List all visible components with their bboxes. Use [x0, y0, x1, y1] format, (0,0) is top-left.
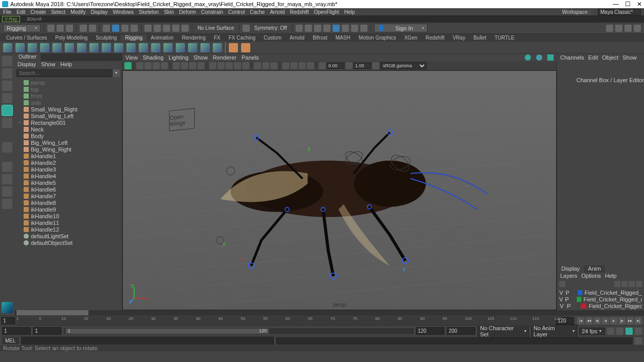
mirror-joint-icon[interactable]: [52, 43, 62, 52]
tab-rigging[interactable]: Rigging: [121, 34, 146, 41]
layout-two-icon[interactable]: [2, 186, 12, 197]
tab-polymodeling[interactable]: Poly Modeling: [51, 34, 91, 41]
tab-redshift[interactable]: Redshift: [421, 34, 449, 41]
layers-menu-options[interactable]: Options: [581, 273, 601, 280]
fps-dropdown[interactable]: 24 fps: [579, 328, 605, 335]
workspace-dropdown[interactable]: [598, 9, 641, 15]
viewport-menu-shading[interactable]: Shading: [143, 54, 163, 61]
symmetry-label[interactable]: Symmetry: Off: [252, 25, 289, 31]
menu-cache[interactable]: Cache: [250, 9, 265, 15]
timeline-go-end-button[interactable]: ▸|: [635, 317, 642, 325]
vp-viewtransform-icon[interactable]: [372, 62, 379, 69]
range-track[interactable]: 1120: [64, 328, 414, 334]
layout-outliner-icon[interactable]: [2, 199, 12, 209]
viewport-canvas[interactable]: Open Wings: [122, 70, 557, 310]
select-tool[interactable]: [2, 56, 12, 66]
outliner-node[interactable]: ikHandle1: [14, 153, 122, 159]
menuset-dropdown[interactable]: Rigging: [3, 24, 41, 32]
range-script-icon[interactable]: [635, 328, 642, 335]
orient-joint-icon[interactable]: [65, 43, 74, 52]
menu-openflight[interactable]: OpenFlight: [314, 9, 339, 15]
layout-four-icon[interactable]: [2, 174, 12, 184]
layer-new-empty-icon[interactable]: [636, 281, 642, 287]
quick-rig-icon[interactable]: [200, 43, 210, 52]
menu-constrain[interactable]: Constrain: [201, 9, 223, 15]
outliner-node[interactable]: ikHandle3: [14, 166, 122, 173]
channels-menu-edit[interactable]: Edit: [588, 54, 598, 61]
outliner-node[interactable]: ikHandle6: [14, 186, 122, 193]
constraint-parent-icon[interactable]: [139, 43, 148, 52]
constraint-scale-icon[interactable]: [176, 43, 185, 52]
vp-image-plane-icon[interactable]: [144, 62, 152, 69]
vp-aa-icon[interactable]: [299, 62, 306, 69]
timeline-step-fwd-button[interactable]: ▸▸: [627, 317, 634, 325]
range-playback-end-input[interactable]: [416, 327, 445, 335]
menu-modify[interactable]: Modify: [70, 9, 85, 15]
layout-single-icon[interactable]: [2, 162, 12, 172]
menu-control[interactable]: Control: [228, 9, 245, 15]
pane-layout-icon-1[interactable]: [606, 25, 613, 32]
outliner-node[interactable]: ikHandle11: [14, 219, 122, 226]
outliner-node[interactable]: ikHandle12: [14, 226, 122, 233]
wire-icon[interactable]: [114, 43, 123, 52]
outliner-node[interactable]: Small_Wing_Left: [14, 112, 122, 119]
outliner-node[interactable]: ikHandle4: [14, 173, 122, 179]
viewport-menu-show[interactable]: Show: [194, 54, 208, 61]
vp-res-gate-icon[interactable]: [189, 62, 196, 69]
hik-icon[interactable]: [213, 43, 222, 52]
tab-fxcaching[interactable]: FX Caching: [225, 34, 260, 41]
vp-dof-icon[interactable]: [307, 62, 314, 69]
outliner-scrollbar[interactable]: [14, 310, 122, 315]
vp-gamma-input[interactable]: [354, 63, 371, 69]
vp-isolate-icon[interactable]: [254, 62, 261, 69]
anim-layer-dropdown[interactable]: No Anim Layer: [531, 325, 577, 338]
outliner-node[interactable]: ikHandle10: [14, 213, 122, 219]
vp-xray-joints-icon[interactable]: [270, 62, 278, 69]
range-end-input[interactable]: [447, 327, 475, 335]
tab-custom[interactable]: Custom: [260, 34, 285, 41]
constraint-aim-icon[interactable]: [188, 43, 197, 52]
ik-handle-icon[interactable]: [15, 43, 25, 52]
vp-film-gate-icon[interactable]: [181, 62, 188, 69]
tab-arnold[interactable]: Arnold: [285, 34, 308, 41]
time-slider[interactable]: 1510152025303540455055606570758085909510…: [0, 315, 644, 326]
no-live-surface-label[interactable]: No Live Surface: [195, 25, 236, 31]
outliner-node[interactable]: Neck: [14, 126, 122, 132]
vp-2d-pan-icon[interactable]: [153, 62, 160, 69]
vp-ao-icon[interactable]: [282, 62, 289, 69]
viewport-menu-view[interactable]: View: [125, 54, 138, 61]
scale-tool[interactable]: [2, 118, 12, 128]
range-prefs-icon[interactable]: [625, 328, 633, 335]
tab-rendering[interactable]: Rendering: [178, 34, 210, 41]
lasso-tool[interactable]: [2, 68, 12, 79]
wrap-icon[interactable]: [126, 43, 136, 52]
vp-lights-icon[interactable]: [234, 62, 241, 69]
bind-skin-icon[interactable]: [28, 43, 37, 52]
blendshape-icon[interactable]: [102, 43, 111, 52]
vp-shaded-icon[interactable]: [217, 62, 225, 69]
outliner-node[interactable]: Big_Wing_Left: [14, 139, 122, 146]
timeline-current-frame-input[interactable]: [1, 317, 15, 325]
outliner-tree[interactable]: persptopfrontsideSmall_Wing_RightSmall_W…: [14, 78, 122, 310]
character-set-dropdown[interactable]: No Character Set: [477, 325, 529, 338]
outliner-node[interactable]: ikHandle7: [14, 193, 122, 199]
outliner-node[interactable]: ikHandle2: [14, 159, 122, 166]
vp-motion-blur-icon[interactable]: [290, 62, 298, 69]
menu-file[interactable]: File: [3, 9, 11, 15]
channels-menu-show[interactable]: Show: [622, 54, 637, 61]
joint-tool-icon[interactable]: [3, 43, 12, 52]
viewport-plus-icon[interactable]: [547, 54, 554, 61]
play-icon[interactable]: [351, 25, 358, 32]
autokey-icon[interactable]: [607, 328, 614, 335]
signin-dropdown[interactable]: 👤Sign In: [374, 24, 428, 32]
range-loop-icon[interactable]: [616, 328, 623, 335]
cluster-icon[interactable]: [77, 43, 86, 52]
save-scene-icon[interactable]: [66, 25, 73, 32]
outliner-node[interactable]: ikHandle8: [14, 199, 122, 206]
move-tool[interactable]: [2, 93, 12, 103]
vp-exposure-input[interactable]: [327, 63, 344, 69]
vp-wireframe-icon[interactable]: [209, 62, 216, 69]
menu-windows[interactable]: Windows: [113, 9, 134, 15]
layer-moveup-icon[interactable]: [614, 281, 620, 287]
tab-mash[interactable]: MASH: [332, 34, 355, 41]
